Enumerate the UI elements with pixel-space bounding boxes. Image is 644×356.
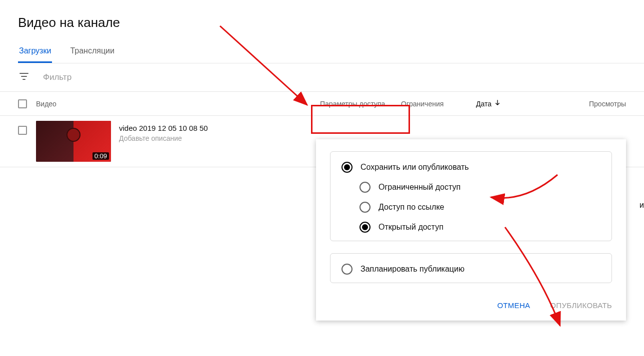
tabs: Загрузки Трансляции	[18, 43, 644, 63]
cropped-text: и	[640, 201, 644, 210]
option-schedule[interactable]: Запланировать публикацию	[342, 264, 600, 275]
schedule-group: Запланировать публикацию	[330, 253, 612, 283]
dropdown-actions: ОТМЕНА ОПУБЛИКОВАТЬ	[316, 292, 626, 321]
arrow-down-icon	[494, 99, 502, 108]
option-private[interactable]: Ограниченный доступ	[360, 182, 600, 193]
save-or-publish-group: Сохранить или опубликовать Ограниченный …	[330, 151, 612, 241]
table-header: Видео Параметры доступа Ограничения Дата…	[0, 92, 644, 116]
publish-button[interactable]: ОПУБЛИКОВАТЬ	[546, 298, 616, 313]
row-checkbox[interactable]	[18, 126, 27, 135]
option-unlisted[interactable]: Доступ по ссылке	[360, 202, 600, 213]
page-title: Видео на канале	[18, 15, 644, 30]
radio-icon	[360, 182, 370, 193]
select-all-checkbox[interactable]	[18, 99, 27, 108]
tab-streams[interactable]: Трансляции	[69, 43, 116, 63]
video-thumbnail[interactable]: 0:09	[36, 121, 111, 162]
radio-icon	[342, 162, 352, 173]
video-title[interactable]: video 2019 12 05 10 08 50	[119, 124, 208, 132]
option-save-or-publish[interactable]: Сохранить или опубликовать	[342, 162, 600, 173]
filter-icon[interactable]	[18, 70, 30, 84]
radio-icon	[360, 222, 370, 233]
video-description-placeholder[interactable]: Добавьте описание	[119, 134, 208, 142]
column-access[interactable]: Параметры доступа	[316, 100, 401, 108]
column-views[interactable]: Просмотры	[536, 100, 644, 108]
cancel-button[interactable]: ОТМЕНА	[493, 298, 534, 313]
radio-icon	[360, 202, 370, 213]
visibility-dropdown: Сохранить или опубликовать Ограниченный …	[316, 139, 626, 321]
radio-icon	[342, 264, 352, 275]
filter-row: Фильтр	[0, 63, 644, 92]
option-public[interactable]: Открытый доступ	[360, 222, 600, 233]
column-video[interactable]: Видео	[36, 100, 316, 108]
filter-input[interactable]: Фильтр	[43, 72, 72, 82]
column-restrictions[interactable]: Ограничения	[401, 100, 476, 108]
video-duration: 0:09	[92, 152, 109, 160]
column-date[interactable]: Дата	[476, 99, 536, 108]
tab-uploads[interactable]: Загрузки	[18, 43, 52, 63]
video-meta: video 2019 12 05 10 08 50 Добавьте описа…	[119, 121, 208, 142]
